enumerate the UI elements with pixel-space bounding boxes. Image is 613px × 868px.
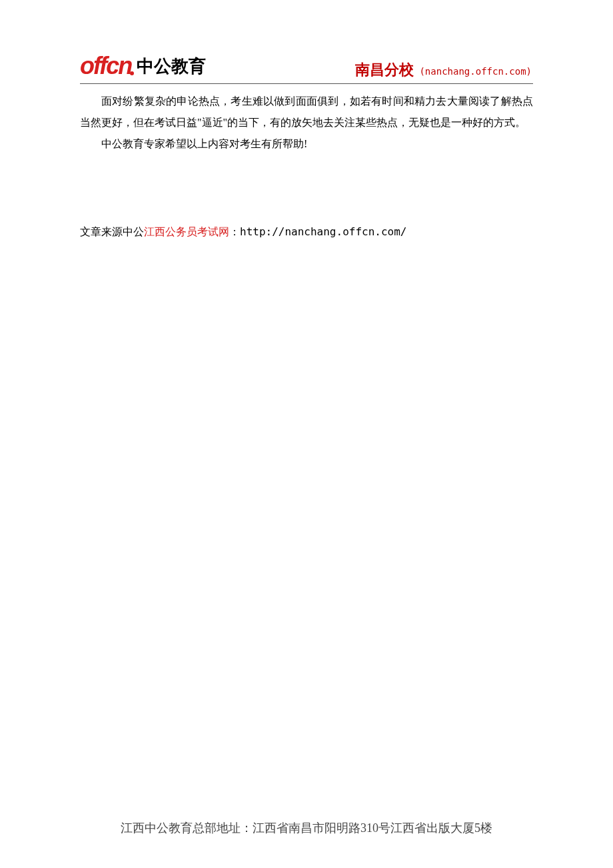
source-link[interactable]: 江西公务员考试网 xyxy=(144,226,229,237)
footer-address: 江西中公教育总部地址：江西省南昌市阳明路310号江西省出版大厦5楼 xyxy=(121,821,492,835)
paragraph-1: 面对纷繁复杂的申论热点，考生难以做到面面俱到，如若有时间和精力去大量阅读了解热点… xyxy=(80,91,533,133)
paragraph-2: 中公教育专家希望以上内容对考生有所帮助! xyxy=(80,133,533,155)
content-body: 面对纷繁复杂的申论热点，考生难以做到面面俱到，如若有时间和精力去大量阅读了解热点… xyxy=(80,91,533,243)
source-prefix: 文章来源中公 xyxy=(80,226,144,237)
source-colon: ： xyxy=(229,226,240,237)
page-header: offcn 中公教育 南昌分校 (nanchang.offcn.com) xyxy=(80,52,533,84)
source-line: 文章来源中公江西公务员考试网：http://nanchang.offcn.com… xyxy=(80,221,533,243)
logo-cn-text: 中公教育 xyxy=(137,55,206,78)
branch-url: (nanchang.offcn.com) xyxy=(419,66,532,77)
branch-name: 南昌分校 xyxy=(355,60,414,80)
logo-en-icon: offcn xyxy=(80,52,131,80)
branch-section: 南昌分校 (nanchang.offcn.com) xyxy=(355,60,533,80)
logo-section: offcn 中公教育 xyxy=(80,52,206,80)
page-footer: 江西中公教育总部地址：江西省南昌市阳明路310号江西省出版大厦5楼 xyxy=(0,820,613,836)
source-url[interactable]: http://nanchang.offcn.com/ xyxy=(240,225,406,238)
